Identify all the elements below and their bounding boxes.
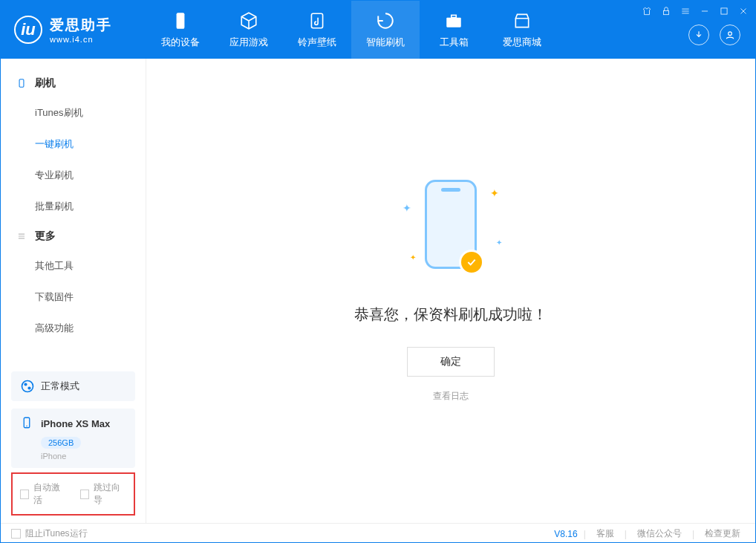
nav-apps-games[interactable]: 应用游戏 [215, 1, 283, 59]
nav-my-device[interactable]: 我的设备 [146, 1, 215, 59]
svg-rect-7 [19, 79, 24, 88]
nav-store[interactable]: 爱思商城 [488, 1, 556, 59]
toolbox-icon [443, 10, 464, 31]
nav-label: 我的设备 [161, 36, 200, 49]
sparkle-icon: ✦ [410, 253, 416, 261]
sidebar-group-title: 更多 [35, 230, 56, 243]
header-actions [688, 25, 740, 45]
logo-area: iu 爱思助手 www.i4.cn [1, 1, 146, 59]
nav-label: 爱思商城 [503, 36, 541, 49]
store-icon [512, 10, 532, 31]
sidebar-item-itunes-flash[interactable]: iTunes刷机 [1, 97, 146, 129]
svg-point-4 [729, 32, 732, 36]
customer-service-link[interactable]: 客服 [592, 527, 619, 540]
app-body: 刷机 iTunes刷机 一键刷机 专业刷机 批量刷机 更多 其他工具 下载固件 … [1, 59, 755, 523]
svg-rect-1 [311, 13, 322, 28]
view-log-link[interactable]: 查看日志 [433, 390, 469, 403]
sidebar-item-other-tools[interactable]: 其他工具 [1, 250, 146, 282]
app-url: www.i4.cn [50, 35, 112, 44]
device-name: iPhone XS Max [41, 418, 110, 429]
sidebar-item-batch-flash[interactable]: 批量刷机 [1, 191, 146, 222]
nav-label: 工具箱 [440, 36, 469, 49]
nav-ringtones[interactable]: 铃声壁纸 [283, 1, 351, 59]
refresh-shield-icon [375, 10, 396, 31]
sidebar-group-title: 刷机 [35, 77, 56, 90]
checkbox-block-itunes[interactable]: 阻止iTunes运行 [11, 527, 88, 540]
device-storage: 256GB [41, 437, 81, 449]
shirt-icon[interactable] [641, 5, 653, 17]
footer: 阻止iTunes运行 V8.16 | 客服 | 微信公众号 | 检查更新 [1, 523, 755, 543]
svg-rect-5 [664, 10, 669, 14]
cube-icon [238, 10, 259, 31]
device-type: iPhone [41, 452, 126, 461]
svg-rect-2 [446, 18, 461, 27]
nav-label: 智能刷机 [366, 36, 405, 49]
device-phone-icon [20, 416, 35, 431]
sparkle-icon: ✦ [403, 202, 411, 214]
app-header: iu 爱思助手 www.i4.cn 我的设备 应用游戏 铃声壁纸 智能刷机 工具… [1, 1, 755, 59]
phone-outline-icon [16, 77, 27, 89]
music-file-icon [307, 10, 328, 31]
checkbox-skip-guide[interactable]: 跳过向导 [80, 481, 127, 507]
version-label: V8.16 [554, 529, 577, 539]
checkbox-auto-activate[interactable]: 自动激活 [20, 481, 67, 507]
checkbox-label: 阻止iTunes运行 [25, 527, 88, 540]
ok-button[interactable]: 确定 [407, 347, 495, 377]
device-card[interactable]: iPhone XS Max 256GB iPhone [11, 409, 135, 468]
main-content: ✦ ✦ ✦ ✦ 恭喜您，保资料刷机成功啦！ 确定 查看日志 [146, 59, 755, 523]
success-message: 恭喜您，保资料刷机成功啦！ [354, 305, 547, 325]
highlighted-options: 自动激活 跳过向导 [11, 472, 135, 516]
sidebar-item-oneclick-flash[interactable]: 一键刷机 [1, 129, 146, 160]
sidebar-item-advanced[interactable]: 高级功能 [1, 313, 146, 344]
success-illustration: ✦ ✦ ✦ ✦ [395, 180, 506, 284]
phone-icon [170, 10, 191, 31]
nav-label: 应用游戏 [229, 36, 268, 49]
sidebar-item-download-firmware[interactable]: 下载固件 [1, 282, 146, 313]
nav-tabs: 我的设备 应用游戏 铃声壁纸 智能刷机 工具箱 爱思商城 [146, 1, 556, 59]
checkbox-label: 跳过向导 [94, 481, 126, 507]
svg-rect-3 [452, 15, 457, 17]
minimize-button[interactable] [699, 5, 711, 17]
mode-label: 正常模式 [41, 380, 79, 393]
separator: | [584, 529, 586, 539]
sidebar-group-more[interactable]: 更多 [1, 222, 146, 250]
close-button[interactable] [737, 5, 749, 17]
check-badge-icon [459, 250, 484, 275]
wechat-link[interactable]: 微信公众号 [633, 527, 686, 540]
download-button[interactable] [688, 25, 709, 45]
svg-point-10 [27, 386, 30, 389]
separator: | [625, 529, 627, 539]
mode-card[interactable]: 正常模式 [11, 371, 135, 401]
list-icon [16, 230, 27, 242]
svg-rect-0 [177, 13, 185, 29]
nav-smart-flash[interactable]: 智能刷机 [351, 1, 420, 59]
logo-icon: iu [14, 16, 42, 44]
sidebar-group-flash[interactable]: 刷机 [1, 69, 146, 97]
svg-point-12 [26, 426, 27, 427]
nav-toolbox[interactable]: 工具箱 [420, 1, 488, 59]
sparkle-icon: ✦ [490, 187, 499, 199]
check-update-link[interactable]: 检查更新 [700, 527, 745, 540]
separator: | [692, 529, 694, 539]
user-button[interactable] [720, 25, 740, 45]
svg-rect-6 [721, 8, 727, 14]
maximize-button[interactable] [718, 5, 730, 17]
svg-point-9 [24, 383, 27, 386]
sparkle-icon: ✦ [496, 238, 502, 247]
sidebar: 刷机 iTunes刷机 一键刷机 专业刷机 批量刷机 更多 其他工具 下载固件 … [1, 59, 146, 523]
app-name: 爱思助手 [50, 16, 112, 35]
sidebar-item-pro-flash[interactable]: 专业刷机 [1, 160, 146, 191]
nav-label: 铃声壁纸 [298, 36, 336, 49]
window-controls [641, 5, 749, 17]
lock-icon[interactable] [660, 5, 672, 17]
menu-icon[interactable] [680, 5, 691, 17]
svg-point-8 [22, 381, 33, 392]
mode-icon [20, 379, 35, 394]
checkbox-label: 自动激活 [33, 481, 66, 507]
